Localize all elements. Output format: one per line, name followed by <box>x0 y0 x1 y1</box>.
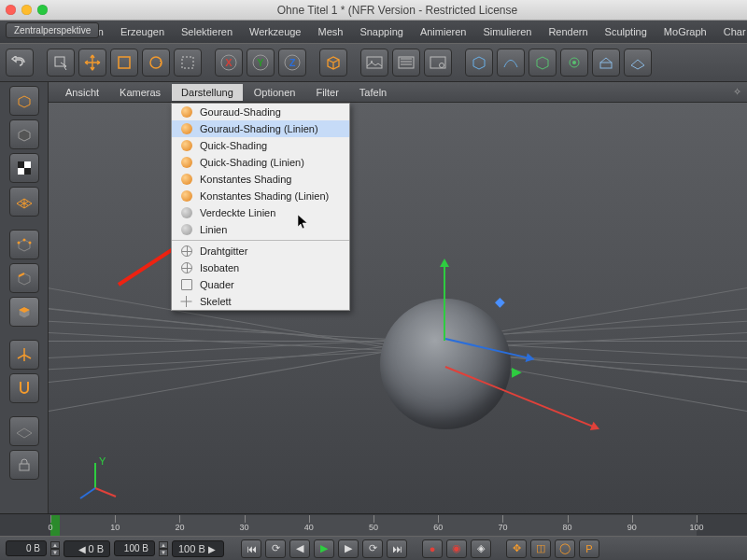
menu-werkzeuge[interactable]: Werkzeuge <box>242 23 308 40</box>
menu-simulieren[interactable]: Simulieren <box>475 23 539 40</box>
gizmo-handle-green[interactable]: ▶ <box>512 364 522 379</box>
range-start-stepper[interactable]: ▲▼ <box>50 541 60 556</box>
menu-mograph[interactable]: MoGraph <box>656 23 714 40</box>
go-end-button[interactable]: ⏭ <box>387 539 407 558</box>
dd-gouraud-shading-linien[interactable]: Gouraud-Shading (Linien) <box>172 120 349 137</box>
next-frame-button[interactable]: ▶ <box>338 539 359 558</box>
lasso-button[interactable] <box>174 49 202 77</box>
range-start-field[interactable]: 0 B <box>6 540 47 556</box>
axis-x-button[interactable]: X <box>215 49 243 77</box>
menu-rendern[interactable]: Rendern <box>541 23 595 40</box>
polygon-mode-button[interactable] <box>9 297 39 327</box>
minimize-window-icon[interactable] <box>21 5 32 15</box>
workplane-button[interactable] <box>9 187 39 217</box>
rotate-tool-button[interactable] <box>142 49 170 77</box>
axis-tool-button[interactable] <box>9 340 39 370</box>
move-tool-button[interactable] <box>78 49 106 77</box>
svg-rect-0 <box>55 57 64 66</box>
axis-y-button[interactable]: Y <box>247 49 275 77</box>
spline-pen-button[interactable] <box>497 49 525 77</box>
null-object-button[interactable] <box>465 49 493 77</box>
key-move-button[interactable]: ✥ <box>506 539 527 558</box>
menu-animieren[interactable]: Animieren <box>413 23 474 40</box>
svg-line-27 <box>95 488 116 497</box>
menu-sculpting[interactable]: Sculpting <box>598 23 655 40</box>
svg-point-16 <box>572 61 576 64</box>
point-mode-button[interactable] <box>9 230 39 259</box>
menu-erzeugen[interactable]: Erzeugen <box>113 23 172 40</box>
dd-quick-shading[interactable]: Quick-Shading <box>172 137 349 154</box>
viewport[interactable]: ◆ ▶ Y <box>49 103 747 513</box>
svg-rect-17 <box>600 63 612 68</box>
gizmo-handle-blue[interactable]: ◆ <box>495 294 505 309</box>
texture-mode-button[interactable] <box>9 153 39 183</box>
key-scale-button[interactable]: ◫ <box>530 539 551 558</box>
viewmenu-optionen[interactable]: Optionen <box>245 84 305 101</box>
ff-button[interactable]: ⟳ <box>362 539 383 558</box>
keyframe-sel-button[interactable]: ◈ <box>471 539 491 558</box>
viewmenu-kameras[interactable]: Kameras <box>110 84 170 101</box>
snap-button[interactable] <box>9 373 39 403</box>
render-view-button[interactable] <box>360 49 388 77</box>
lock-button[interactable] <box>9 450 39 480</box>
viewmenu-ansicht[interactable]: Ansicht <box>56 84 108 101</box>
prev-frame-field[interactable]: ◀ 0 B <box>63 540 110 557</box>
make-editable-button[interactable] <box>9 86 39 116</box>
key-param-button[interactable]: P <box>579 539 599 558</box>
zoom-window-icon[interactable] <box>37 5 48 15</box>
dd-isobaten[interactable]: Isobaten <box>172 259 349 276</box>
live-select-button[interactable] <box>47 49 75 77</box>
sphere-orange-icon <box>181 140 192 151</box>
close-window-icon[interactable] <box>6 5 16 15</box>
dd-skelett[interactable]: Skelett <box>172 293 349 310</box>
dd-quick-shading-linien[interactable]: Quick-Shading (Linien) <box>172 154 349 171</box>
environment-button[interactable] <box>592 49 620 77</box>
dd-drahtgitter[interactable]: Drahtgitter <box>172 243 349 259</box>
loop-button[interactable]: ⟳ <box>265 539 286 558</box>
render-settings-button[interactable] <box>424 49 452 77</box>
viewmenu-tafeln[interactable]: Tafeln <box>350 84 396 101</box>
cube-primitive-button[interactable] <box>319 49 347 77</box>
prev-frame-button[interactable]: ◀ <box>289 539 310 558</box>
viewmenu-filter[interactable]: Filter <box>306 84 347 101</box>
model-mode-button[interactable] <box>9 119 39 149</box>
menu-mesh[interactable]: Mesh <box>310 23 350 40</box>
render-pv-button[interactable] <box>392 49 420 77</box>
sphere-object[interactable] <box>380 299 511 429</box>
menu-selektieren[interactable]: Selektieren <box>174 23 240 40</box>
darstellung-dropdown: Gouraud-Shading Gouraud-Shading (Linien)… <box>171 103 350 311</box>
menu-char[interactable]: Char <box>716 23 747 40</box>
next-frame-field[interactable]: 100 B ▶ <box>172 540 224 557</box>
scale-tool-button[interactable] <box>110 49 138 77</box>
cur-frame-field[interactable]: 100 B <box>114 540 155 556</box>
deformer-button[interactable] <box>560 49 588 77</box>
dd-konstantes-shading-linien[interactable]: Konstantes Shading (Linien) <box>172 188 349 204</box>
workplane-grid-button[interactable] <box>9 416 39 446</box>
dd-linien[interactable]: Linien <box>172 221 349 238</box>
svg-point-2 <box>150 57 162 68</box>
axis-z-button[interactable]: Z <box>278 49 306 77</box>
key-rotate-button[interactable]: ◯ <box>555 539 575 558</box>
go-start-button[interactable]: ⏮ <box>241 539 261 558</box>
play-button[interactable]: ▶ <box>314 539 334 558</box>
dd-quader[interactable]: Quader <box>172 276 349 293</box>
autokey-button[interactable]: ◉ <box>446 539 467 558</box>
record-button[interactable]: ● <box>422 539 443 558</box>
floor-button[interactable] <box>624 49 652 77</box>
mini-axis-indicator: Y <box>77 455 123 504</box>
timeline[interactable]: 0102030405060708090100 <box>0 513 747 536</box>
dd-konstantes-shading[interactable]: Konstantes Shading <box>172 171 349 188</box>
generator-button[interactable] <box>529 49 557 77</box>
axis-y-gizmo[interactable] <box>444 261 445 341</box>
timeline-ruler[interactable]: 0102030405060708090100 <box>50 515 697 536</box>
menu-snapping[interactable]: Snapping <box>352 23 411 40</box>
dd-verdeckte-linien[interactable]: Verdeckte Linien <box>172 204 349 221</box>
dd-gouraud-shading[interactable]: Gouraud-Shading <box>172 104 349 120</box>
undo-button[interactable] <box>6 49 34 77</box>
wire-icon <box>181 262 192 273</box>
cur-frame-stepper[interactable]: ▲▼ <box>159 541 168 556</box>
svg-point-23 <box>22 239 25 242</box>
viewmenu-darstellung[interactable]: Darstellung <box>172 84 243 101</box>
viewport-options-icon[interactable]: ✧ <box>733 86 747 98</box>
edge-mode-button[interactable] <box>9 263 39 293</box>
